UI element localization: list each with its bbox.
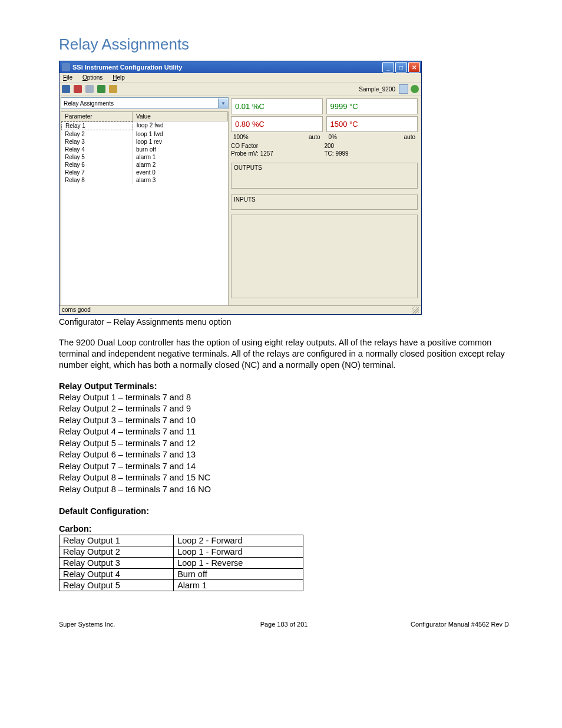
app-icon: [62, 63, 70, 71]
right-pane: 0.01 %C 0.80 %C 100%auto 9999 °C 1500 °C…: [230, 96, 421, 305]
sp-carbon: 0.80 %C: [231, 116, 323, 132]
relay-grid[interactable]: Parameter Value Relay 1loop 2 fwd Relay …: [61, 111, 229, 306]
inputs-label: INPUTS: [234, 196, 415, 203]
menu-options[interactable]: Options: [82, 74, 103, 81]
list-item: Relay Output 3 – terminals 7 and 10: [59, 415, 509, 427]
statusbar: coms good: [59, 305, 421, 314]
pv-temp: 9999 °C: [326, 98, 418, 114]
table-row: Relay Output 4Burn off: [59, 568, 303, 579]
table-row[interactable]: Relay 4burn off: [61, 146, 228, 153]
tc-value: TC: 9999: [325, 150, 418, 157]
chevron-down-icon[interactable]: ▼: [218, 98, 228, 108]
save-icon[interactable]: [85, 85, 94, 93]
table-row[interactable]: Relay 8alarm 3: [61, 176, 228, 184]
table-row[interactable]: Relay 6alarm 2: [61, 161, 228, 169]
table-row[interactable]: Relay 7event 0: [61, 169, 228, 176]
table-row: Relay Output 1Loop 2 - Forward: [59, 535, 303, 546]
co-factor-value: 200: [325, 143, 418, 149]
list-item: Relay Output 7 – terminals 7 and 14: [59, 461, 509, 473]
help-icon[interactable]: [411, 85, 419, 93]
mode-left: auto: [309, 134, 320, 140]
menu-help[interactable]: Help: [113, 74, 125, 81]
table-row: Relay Output 2Loop 1 - Forward: [59, 546, 303, 557]
footer-left: Super Systems Inc.: [59, 621, 209, 628]
disconnect-icon[interactable]: [74, 85, 82, 93]
page-heading: Relay Assignments: [59, 35, 509, 54]
outputs-panel: OUTPUTS: [231, 163, 418, 189]
table-row[interactable]: Relay 3loop 1 rev: [61, 138, 228, 146]
table-row[interactable]: Relay 1loop 2 fwd: [61, 121, 228, 130]
page-footer: Super Systems Inc. Page 103 of 201 Confi…: [59, 621, 509, 628]
co-factor-label: CO Factor: [231, 143, 325, 149]
dropdown-text: Relay Assignments: [64, 100, 218, 107]
window-title: SSi Instrument Configuration Utility: [72, 64, 382, 71]
titlebar[interactable]: SSi Instrument Configuration Utility _ □…: [59, 61, 421, 73]
connect-icon[interactable]: [62, 85, 70, 93]
list-item: Relay Output 5 – terminals 7 and 12: [59, 438, 509, 450]
status-text: coms good: [62, 307, 91, 314]
figure-caption: Configurator – Relay Assignments menu op…: [59, 317, 509, 327]
minimize-button[interactable]: _: [382, 62, 394, 73]
config-table: Relay Output 1Loop 2 - Forward Relay Out…: [59, 535, 303, 591]
maximize-button[interactable]: □: [395, 62, 407, 73]
blank-panel: [231, 215, 418, 298]
grid-header-parameter: Parameter: [61, 112, 133, 121]
resize-grip-icon[interactable]: [412, 307, 419, 314]
list-item: Relay Output 2 – terminals 7 and 9: [59, 403, 509, 415]
table-row: Relay Output 3Loop 1 - Reverse: [59, 557, 303, 568]
left-pane: Relay Assignments ▼ Parameter Value Rela…: [59, 96, 230, 305]
config-icon[interactable]: [97, 85, 105, 93]
terminal-list: Relay Output 1 – terminals 7 and 8 Relay…: [59, 392, 509, 496]
list-item: Relay Output 8 – terminals 7 and 15 NC: [59, 472, 509, 484]
table-row[interactable]: Relay 5alarm 1: [61, 153, 228, 161]
default-config-heading: Default Configuration:: [59, 506, 509, 516]
toolbar: Sample_9200: [59, 83, 421, 96]
sample-dropdown-icon[interactable]: [399, 84, 408, 94]
footer-right: Configurator Manual #4562 Rev D: [359, 621, 509, 628]
section-dropdown[interactable]: Relay Assignments ▼: [61, 97, 229, 109]
inputs-panel: INPUTS: [231, 195, 418, 210]
list-item: Relay Output 4 – terminals 7 and 11: [59, 426, 509, 438]
footer-center: Page 103 of 201: [209, 621, 359, 628]
grid-body: Relay 1loop 2 fwd Relay 2loop 1 fwd Rela…: [61, 121, 228, 184]
table-row[interactable]: Relay 2loop 1 fwd: [61, 130, 228, 138]
probe-mv: Probe mV: 1257: [231, 150, 325, 157]
mode-right: auto: [404, 134, 415, 140]
outputs-label: OUTPUTS: [234, 164, 415, 171]
body-paragraph: The 9200 Dual Loop controller has the op…: [59, 337, 509, 371]
sample-label: Sample_9200: [359, 86, 395, 93]
grid-header-value: Value: [133, 112, 228, 121]
sp-temp: 1500 °C: [326, 116, 418, 132]
list-item: Relay Output 6 – terminals 7 and 13: [59, 449, 509, 461]
pv-carbon: 0.01 %C: [231, 98, 323, 114]
close-button[interactable]: ✕: [408, 62, 420, 73]
table-row: Relay Output 5Alarm 1: [59, 579, 303, 591]
app-window: SSi Instrument Configuration Utility _ □…: [59, 61, 422, 315]
menu-file[interactable]: File: [63, 74, 72, 81]
mode-right-pct: 0%: [329, 134, 404, 140]
carbon-heading: Carbon:: [59, 524, 509, 533]
mode-left-pct: 100%: [233, 134, 309, 140]
list-item: Relay Output 1 – terminals 7 and 8: [59, 392, 509, 404]
list-item: Relay Output 8 – terminals 7 and 16 NO: [59, 484, 509, 496]
terminals-heading: Relay Output Terminals:: [59, 381, 509, 391]
menubar: File Options Help: [59, 73, 421, 83]
edit-icon[interactable]: [109, 85, 117, 93]
